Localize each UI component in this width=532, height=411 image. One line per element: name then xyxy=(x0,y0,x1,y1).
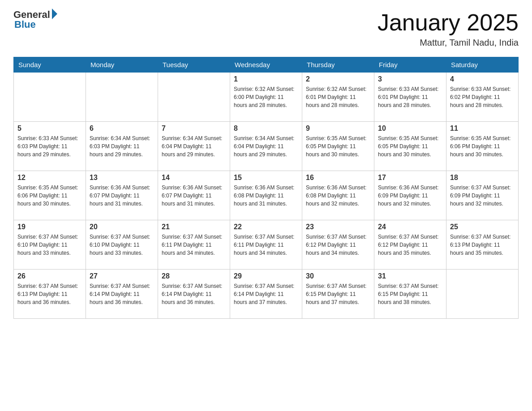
day-number: 29 xyxy=(234,272,298,280)
day-number: 8 xyxy=(234,124,298,133)
day-info: Sunrise: 6:37 AM Sunset: 6:11 PM Dayligh… xyxy=(234,233,298,257)
day-number: 31 xyxy=(378,272,442,280)
calendar-cell: 20Sunrise: 6:37 AM Sunset: 6:10 PM Dayli… xyxy=(86,220,158,270)
day-info: Sunrise: 6:34 AM Sunset: 6:04 PM Dayligh… xyxy=(234,134,298,158)
day-info: Sunrise: 6:37 AM Sunset: 6:14 PM Dayligh… xyxy=(90,282,154,306)
day-number: 28 xyxy=(162,272,226,280)
calendar-cell: 19Sunrise: 6:37 AM Sunset: 6:10 PM Dayli… xyxy=(14,220,86,270)
day-info: Sunrise: 6:37 AM Sunset: 6:13 PM Dayligh… xyxy=(17,282,82,306)
calendar-cell: 6Sunrise: 6:34 AM Sunset: 6:03 PM Daylig… xyxy=(86,122,158,171)
calendar-cell: 28Sunrise: 6:37 AM Sunset: 6:14 PM Dayli… xyxy=(158,270,230,319)
day-number: 14 xyxy=(162,174,226,182)
day-info: Sunrise: 6:34 AM Sunset: 6:04 PM Dayligh… xyxy=(162,134,226,158)
day-info: Sunrise: 6:33 AM Sunset: 6:01 PM Dayligh… xyxy=(378,85,442,109)
day-info: Sunrise: 6:35 AM Sunset: 6:05 PM Dayligh… xyxy=(378,134,442,158)
day-info: Sunrise: 6:33 AM Sunset: 6:02 PM Dayligh… xyxy=(450,85,515,109)
day-number: 6 xyxy=(90,124,154,133)
day-info: Sunrise: 6:37 AM Sunset: 6:10 PM Dayligh… xyxy=(17,233,82,257)
calendar-cell: 16Sunrise: 6:36 AM Sunset: 6:08 PM Dayli… xyxy=(302,171,374,220)
calendar-cell: 4Sunrise: 6:33 AM Sunset: 6:02 PM Daylig… xyxy=(446,73,519,122)
day-number: 7 xyxy=(162,124,226,133)
title-section: January 2025 Mattur, Tamil Nadu, India xyxy=(378,9,519,48)
day-number: 5 xyxy=(17,124,82,133)
calendar-cell: 3Sunrise: 6:33 AM Sunset: 6:01 PM Daylig… xyxy=(374,73,446,122)
day-number: 18 xyxy=(450,174,515,182)
logo-blue-text: Blue xyxy=(14,19,36,30)
calendar-week-row: 12Sunrise: 6:35 AM Sunset: 6:06 PM Dayli… xyxy=(14,171,519,220)
calendar-week-row: 5Sunrise: 6:33 AM Sunset: 6:03 PM Daylig… xyxy=(14,122,519,171)
column-header-monday: Monday xyxy=(86,57,158,73)
calendar-week-row: 1Sunrise: 6:32 AM Sunset: 6:00 PM Daylig… xyxy=(14,73,519,122)
day-number: 17 xyxy=(378,174,442,182)
calendar-cell: 17Sunrise: 6:36 AM Sunset: 6:09 PM Dayli… xyxy=(374,171,446,220)
day-info: Sunrise: 6:37 AM Sunset: 6:14 PM Dayligh… xyxy=(162,282,226,306)
calendar-cell: 25Sunrise: 6:37 AM Sunset: 6:13 PM Dayli… xyxy=(446,220,519,270)
day-info: Sunrise: 6:36 AM Sunset: 6:07 PM Dayligh… xyxy=(90,184,154,208)
calendar-cell: 8Sunrise: 6:34 AM Sunset: 6:04 PM Daylig… xyxy=(230,122,302,171)
day-number: 19 xyxy=(17,223,82,231)
day-number: 11 xyxy=(450,124,515,133)
day-number: 13 xyxy=(90,174,154,182)
day-number: 20 xyxy=(90,223,154,231)
day-number: 26 xyxy=(17,272,82,280)
day-info: Sunrise: 6:32 AM Sunset: 6:01 PM Dayligh… xyxy=(306,85,370,109)
calendar-cell: 2Sunrise: 6:32 AM Sunset: 6:01 PM Daylig… xyxy=(302,73,374,122)
day-info: Sunrise: 6:36 AM Sunset: 6:09 PM Dayligh… xyxy=(378,184,442,208)
day-info: Sunrise: 6:37 AM Sunset: 6:13 PM Dayligh… xyxy=(450,233,515,257)
calendar-week-row: 26Sunrise: 6:37 AM Sunset: 6:13 PM Dayli… xyxy=(14,270,519,319)
day-number: 3 xyxy=(378,75,442,83)
day-info: Sunrise: 6:33 AM Sunset: 6:03 PM Dayligh… xyxy=(17,134,82,158)
calendar-cell: 23Sunrise: 6:37 AM Sunset: 6:12 PM Dayli… xyxy=(302,220,374,270)
column-header-sunday: Sunday xyxy=(14,57,86,73)
day-info: Sunrise: 6:37 AM Sunset: 6:09 PM Dayligh… xyxy=(450,184,515,208)
day-number: 23 xyxy=(306,223,370,231)
calendar-cell xyxy=(14,73,86,122)
calendar-table: SundayMondayTuesdayWednesdayThursdayFrid… xyxy=(13,57,519,319)
calendar-cell: 1Sunrise: 6:32 AM Sunset: 6:00 PM Daylig… xyxy=(230,73,302,122)
day-info: Sunrise: 6:35 AM Sunset: 6:06 PM Dayligh… xyxy=(17,184,82,208)
day-info: Sunrise: 6:37 AM Sunset: 6:14 PM Dayligh… xyxy=(234,282,298,306)
day-info: Sunrise: 6:37 AM Sunset: 6:12 PM Dayligh… xyxy=(378,233,442,257)
calendar-week-row: 19Sunrise: 6:37 AM Sunset: 6:10 PM Dayli… xyxy=(14,220,519,270)
calendar-cell: 5Sunrise: 6:33 AM Sunset: 6:03 PM Daylig… xyxy=(14,122,86,171)
day-info: Sunrise: 6:35 AM Sunset: 6:05 PM Dayligh… xyxy=(306,134,370,158)
calendar-header-row: SundayMondayTuesdayWednesdayThursdayFrid… xyxy=(14,57,519,73)
column-header-thursday: Thursday xyxy=(302,57,374,73)
day-info: Sunrise: 6:34 AM Sunset: 6:03 PM Dayligh… xyxy=(90,134,154,158)
day-info: Sunrise: 6:37 AM Sunset: 6:10 PM Dayligh… xyxy=(90,233,154,257)
calendar-cell: 15Sunrise: 6:36 AM Sunset: 6:08 PM Dayli… xyxy=(230,171,302,220)
location-text: Mattur, Tamil Nadu, India xyxy=(378,38,519,48)
calendar-cell: 18Sunrise: 6:37 AM Sunset: 6:09 PM Dayli… xyxy=(446,171,519,220)
calendar-cell: 26Sunrise: 6:37 AM Sunset: 6:13 PM Dayli… xyxy=(14,270,86,319)
day-number: 2 xyxy=(306,75,370,83)
calendar-cell: 14Sunrise: 6:36 AM Sunset: 6:07 PM Dayli… xyxy=(158,171,230,220)
day-number: 16 xyxy=(306,174,370,182)
column-header-saturday: Saturday xyxy=(446,57,519,73)
calendar-cell: 24Sunrise: 6:37 AM Sunset: 6:12 PM Dayli… xyxy=(374,220,446,270)
day-info: Sunrise: 6:35 AM Sunset: 6:06 PM Dayligh… xyxy=(450,134,515,158)
day-number: 30 xyxy=(306,272,370,280)
calendar-cell xyxy=(158,73,230,122)
day-info: Sunrise: 6:37 AM Sunset: 6:15 PM Dayligh… xyxy=(306,282,370,306)
day-number: 24 xyxy=(378,223,442,231)
calendar-cell: 22Sunrise: 6:37 AM Sunset: 6:11 PM Dayli… xyxy=(230,220,302,270)
day-info: Sunrise: 6:32 AM Sunset: 6:00 PM Dayligh… xyxy=(234,85,298,109)
day-number: 4 xyxy=(450,75,515,83)
calendar-cell xyxy=(446,270,519,319)
day-info: Sunrise: 6:37 AM Sunset: 6:15 PM Dayligh… xyxy=(378,282,442,306)
logo-arrow-icon xyxy=(52,9,57,19)
day-info: Sunrise: 6:37 AM Sunset: 6:11 PM Dayligh… xyxy=(162,233,226,257)
day-number: 27 xyxy=(90,272,154,280)
calendar-cell xyxy=(86,73,158,122)
calendar-cell: 12Sunrise: 6:35 AM Sunset: 6:06 PM Dayli… xyxy=(14,171,86,220)
column-header-wednesday: Wednesday xyxy=(230,57,302,73)
day-number: 22 xyxy=(234,223,298,231)
column-header-tuesday: Tuesday xyxy=(158,57,230,73)
calendar-cell: 27Sunrise: 6:37 AM Sunset: 6:14 PM Dayli… xyxy=(86,270,158,319)
calendar-cell: 10Sunrise: 6:35 AM Sunset: 6:05 PM Dayli… xyxy=(374,122,446,171)
calendar-cell: 7Sunrise: 6:34 AM Sunset: 6:04 PM Daylig… xyxy=(158,122,230,171)
calendar-cell: 9Sunrise: 6:35 AM Sunset: 6:05 PM Daylig… xyxy=(302,122,374,171)
calendar-cell: 13Sunrise: 6:36 AM Sunset: 6:07 PM Dayli… xyxy=(86,171,158,220)
page-header: General Blue January 2025 Mattur, Tamil … xyxy=(13,9,519,48)
day-number: 12 xyxy=(17,174,82,182)
